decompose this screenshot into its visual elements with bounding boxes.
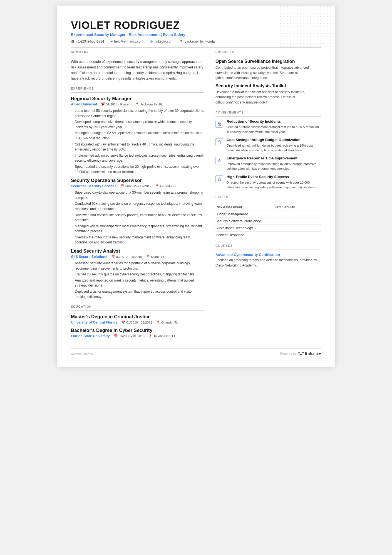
svg-point-3	[219, 124, 220, 125]
edu-school-1: Florida State University	[71, 334, 110, 338]
location-0: 📍 Jacksonville, FL	[135, 102, 163, 106]
svg-point-5	[219, 143, 220, 143]
course-desc-0: Focused on emerging threats and defense …	[215, 258, 321, 268]
job-bullets-1: Supervised day-to-day operations of a 30…	[71, 190, 204, 245]
pin-icon-0: 📍	[135, 102, 139, 106]
location-2: 📍 Miami, FL	[146, 255, 165, 259]
achievement-desc-2: Improved emergency response times by 30%…	[227, 162, 321, 171]
achievements-section-label: ACHIEVEMENTS	[215, 111, 321, 114]
main-content: SUMMARY With over a decade of experience…	[71, 50, 321, 340]
pin-edu-icon-1: 📍	[148, 334, 152, 338]
skills-divider	[215, 201, 321, 201]
pin-edu-icon-0: 📍	[156, 320, 160, 324]
achievement-2: Emergency Response Time Improvement Impr…	[215, 156, 321, 171]
achievement-0: Reduction of Security Incidents Created …	[215, 119, 321, 134]
phone-value: +1-(234)-555-1234	[76, 40, 104, 43]
pin-icon-2: 📍	[146, 255, 150, 259]
achievement-desc-0: Created a threat assessment protocol tha…	[227, 125, 321, 134]
achievement-icon-3	[215, 175, 223, 183]
job-title-2: Lead Security Analyst	[71, 248, 204, 254]
edu-meta-1: Florida State University 📅 01/2006 - 01/…	[71, 334, 204, 338]
achievement-3: High-Profile Event Security Success Dire…	[215, 175, 321, 190]
enhancv-logo: Enhancv	[298, 351, 321, 356]
job-title-1: Security Operations Supervisor	[71, 178, 204, 183]
job-meta-0: Allied Universal 📅 01/2018 - Present 📍 J…	[71, 102, 204, 106]
job-bullets-2: Assessed security vulnerabilities for a …	[71, 261, 204, 299]
summary-text: With over a decade of experience in secu…	[71, 59, 204, 81]
job-meta-2: G4S Secure Solutions 📅 03/2012 - 05/2015…	[71, 255, 204, 259]
achievement-icon-2	[215, 157, 223, 164]
bullet-0-1: Developed comprehensive threat assessmen…	[71, 119, 204, 130]
calendar-icon-1: 📅	[120, 184, 124, 188]
bullet-0-0: Led a team of 50 security professionals,…	[71, 108, 204, 119]
achievement-title-2: Emergency Response Time Improvement	[227, 156, 321, 161]
achievement-content-2: Emergency Response Time Improvement Impr…	[227, 156, 321, 171]
right-column: PROJECTS Open Source Surveillance Integr…	[215, 50, 321, 340]
edu-school-0: University of Central Florida	[71, 320, 117, 324]
achievement-content-3: High-Profile Event Security Success Dire…	[227, 175, 321, 190]
linkedin-value: linkedin.com	[155, 40, 173, 43]
achievement-content-1: Cost Savings through Budget Optimization…	[227, 138, 321, 153]
email-contact: ✉ help@enhancv.com	[110, 40, 143, 43]
company-1: Securitas Security Services	[71, 184, 116, 188]
pin-icon-1: 📍	[155, 184, 159, 188]
achievement-title-3: High-Profile Event Security Success	[227, 175, 321, 179]
skills-grid: Risk Assessment Event Security Budget Ma…	[215, 204, 321, 238]
experience-divider	[71, 92, 204, 93]
project-desc-0: Contributed to an open source project th…	[215, 65, 321, 81]
edu-date-1: 📅 01/2006 - 01/2010	[114, 334, 145, 338]
calendar-icon-0: 📅	[101, 102, 105, 106]
skill-4: Surveillance Technology	[215, 225, 321, 232]
calendar-icon-2: 📅	[111, 255, 115, 259]
achievement-desc-3: Directed the security operations of even…	[227, 180, 321, 190]
courses-section-label: COURSES	[215, 244, 321, 247]
summary-divider	[71, 56, 204, 56]
achievement-title-1: Cost Savings through Budget Optimization	[227, 138, 321, 142]
achievement-icon-0	[215, 120, 223, 128]
skill-3: Security Software Proficiency	[215, 218, 321, 225]
date-2: 📅 03/2012 - 05/2015	[111, 255, 142, 259]
achievement-desc-1: Optimized a multi-million dollar budget,…	[227, 143, 321, 153]
project-desc-1: Developed a toolkit for efficient analys…	[215, 90, 321, 105]
calendar-edu-icon-0: 📅	[121, 320, 125, 324]
email-icon: ✉	[110, 40, 113, 43]
projects-divider	[215, 56, 321, 56]
bullet-2-0: Assessed security vulnerabilities for a …	[71, 261, 204, 271]
achievement-1: Cost Savings through Budget Optimization…	[215, 138, 321, 153]
achievement-content-0: Reduction of Security Incidents Created …	[227, 119, 321, 134]
date-1: 📅 06/2015 - 12/2017	[120, 184, 151, 188]
skill-1: Event Security	[272, 205, 321, 209]
footer-website: www.enhancv.com	[71, 352, 96, 355]
bullet-1-2: Reviewed and revised site security polic…	[71, 213, 204, 223]
candidate-title: Experienced Security Manager | Risk Asse…	[71, 33, 321, 37]
contact-line: ☎ +1-(234)-555-1234 ✉ help@enhancv.com 🔗…	[71, 40, 321, 43]
bullet-1-3: Managed key relationships with local eme…	[71, 224, 204, 234]
skill-2: Budget Management	[215, 211, 321, 218]
skills-section-label: SKILLS	[215, 195, 321, 199]
edu-location-0: 📍 Orlando, FL	[156, 320, 178, 324]
job-bullets-0: Led a team of 50 security professionals,…	[71, 108, 204, 174]
page-footer: www.enhancv.com Powered by Enhancv	[71, 348, 321, 356]
summary-section-label: SUMMARY	[71, 50, 204, 54]
location-contact: 📍 Jacksonville, Florida	[179, 40, 215, 43]
bullet-2-3: Deployed a visitor management system tha…	[71, 289, 204, 299]
edu-date-0: 📅 01/2010 - 01/2012	[121, 320, 152, 324]
bullet-0-4: Implemented advanced surveillance techno…	[71, 153, 204, 163]
powered-by-text: Powered by	[280, 352, 296, 355]
linkedin-contact: 🔗 linkedin.com	[150, 40, 173, 43]
resume-header: VIOLET RODRIGUEZ Experienced Security Ma…	[71, 19, 321, 43]
projects-section-label: PROJECTS	[215, 50, 321, 54]
job-meta-1: Securitas Security Services 📅 06/2015 - …	[71, 184, 204, 188]
linkedin-icon: 🔗	[150, 40, 153, 43]
job-title-0: Regional Security Manager	[71, 96, 204, 102]
bullet-0-3: Collaborated with law enforcement to res…	[71, 142, 204, 152]
resume-page: VIOLET RODRIGUEZ Experienced Security Ma…	[57, 6, 335, 367]
company-0: Allied Universal	[71, 102, 97, 106]
footer-powered: Powered by Enhancv	[280, 351, 321, 356]
bullet-2-1: Trained 20 security guards on cybersecur…	[71, 272, 204, 277]
courses-divider	[215, 250, 321, 250]
enhancv-logo-svg	[298, 352, 304, 356]
svg-marker-6	[218, 177, 221, 181]
skills-row-0: Risk Assessment Event Security	[215, 204, 321, 211]
header-divider	[71, 47, 321, 48]
